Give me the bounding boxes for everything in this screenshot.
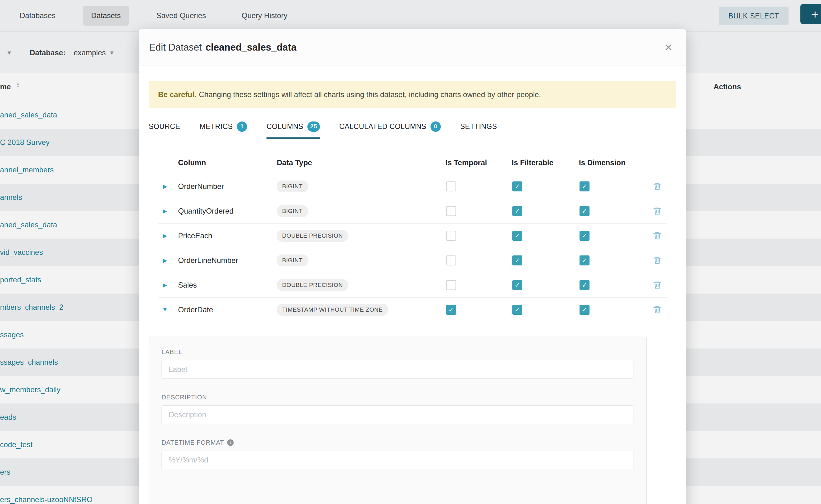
column-name: PriceEach bbox=[172, 231, 272, 240]
datetime-format-field-label: DATETIME FORMAT i bbox=[161, 439, 634, 446]
delete-column-button[interactable] bbox=[648, 256, 667, 265]
column-row-OrderDate: ▼ OrderDate TIMESTAMP WITHOUT TIME ZONE … bbox=[158, 298, 667, 322]
is-filterable-header: Is Filterable bbox=[512, 158, 579, 167]
is-temporal-checkbox[interactable] bbox=[446, 255, 456, 265]
tab-label: COLUMNS bbox=[266, 122, 303, 131]
expand-caret-icon[interactable]: ▶ bbox=[163, 282, 167, 289]
column-row-Sales: ▶ Sales DOUBLE PRECISION ✓ ✓ bbox=[158, 273, 667, 298]
delete-column-button[interactable] bbox=[648, 231, 667, 240]
label-field-label: LABEL bbox=[161, 348, 634, 356]
data-type-badge: DOUBLE PRECISION bbox=[277, 230, 348, 242]
is-dimension-checkbox[interactable]: ✓ bbox=[580, 255, 590, 265]
is-temporal-checkbox[interactable] bbox=[446, 206, 456, 216]
column-row-OrderLineNumber: ▶ OrderLineNumber BIGINT ✓ ✓ bbox=[158, 248, 667, 273]
is-filterable-checkbox[interactable]: ✓ bbox=[512, 231, 522, 241]
expand-caret-icon[interactable]: ▼ bbox=[162, 306, 168, 313]
info-icon[interactable]: i bbox=[227, 439, 234, 446]
column-name: OrderLineNumber bbox=[172, 256, 272, 265]
is-dimension-checkbox[interactable]: ✓ bbox=[580, 231, 590, 241]
description-field-group: DESCRIPTION bbox=[161, 394, 634, 424]
is-dimension-checkbox[interactable]: ✓ bbox=[580, 280, 590, 290]
column-name: Sales bbox=[172, 281, 272, 289]
tab-label: CALCULATED COLUMNS bbox=[339, 122, 427, 131]
delete-column-button[interactable] bbox=[648, 206, 667, 216]
column-name: OrderDate bbox=[172, 305, 272, 314]
modal-header: Edit Datasetcleaned_sales_data ✕ bbox=[139, 29, 686, 66]
datetime-format-field-group: DATETIME FORMAT i bbox=[161, 439, 634, 469]
expand-caret-icon[interactable]: ▶ bbox=[163, 183, 167, 190]
column-header: Column bbox=[172, 158, 272, 167]
delete-column-button[interactable] bbox=[648, 280, 667, 290]
tab-count-badge: 25 bbox=[307, 121, 320, 132]
delete-column-button[interactable] bbox=[648, 305, 667, 314]
tab-label: SETTINGS bbox=[460, 122, 497, 131]
columns-table-header: Column Data Type Is Temporal Is Filterab… bbox=[158, 151, 667, 174]
is-filterable-checkbox[interactable]: ✓ bbox=[512, 280, 522, 290]
column-row-QuantityOrdered: ▶ QuantityOrdered BIGINT ✓ ✓ bbox=[158, 199, 667, 224]
trash-icon bbox=[653, 206, 662, 216]
columns-table-body: ▶ OrderNumber BIGINT ✓ ✓ ▶ QuantityOrder… bbox=[158, 174, 667, 322]
tab-columns[interactable]: COLUMNS 25 bbox=[266, 116, 320, 139]
warning-banner: Be careful.Changing these settings will … bbox=[149, 81, 676, 108]
column-row-OrderNumber: ▶ OrderNumber BIGINT ✓ ✓ bbox=[158, 174, 667, 199]
is-dimension-header: Is Dimension bbox=[579, 158, 648, 167]
label-field-group: LABEL bbox=[161, 348, 634, 379]
description-input[interactable] bbox=[161, 405, 634, 424]
superset-datasets-page: DatabasesDatasetsSaved QueriesQuery Hist… bbox=[0, 0, 821, 504]
tab-label: SOURCE bbox=[149, 122, 180, 131]
is-dimension-checkbox[interactable]: ✓ bbox=[580, 181, 590, 191]
is-dimension-checkbox[interactable]: ✓ bbox=[580, 305, 590, 315]
edit-dataset-modal: Edit Datasetcleaned_sales_data ✕ Be care… bbox=[139, 29, 686, 504]
expand-caret-icon[interactable]: ▶ bbox=[163, 257, 167, 264]
data-type-badge: BIGINT bbox=[277, 254, 308, 266]
trash-icon bbox=[653, 256, 662, 265]
trash-icon bbox=[653, 280, 662, 290]
tab-calculated-columns[interactable]: CALCULATED COLUMNS 0 bbox=[339, 116, 441, 139]
tab-source[interactable]: SOURCE bbox=[149, 116, 180, 139]
tab-settings[interactable]: SETTINGS bbox=[460, 116, 497, 139]
data-type-badge: BIGINT bbox=[277, 180, 308, 192]
is-temporal-header: Is Temporal bbox=[446, 158, 512, 167]
modal-body: Be careful.Changing these settings will … bbox=[139, 81, 686, 504]
trash-icon bbox=[653, 305, 662, 314]
delete-column-button[interactable] bbox=[648, 182, 667, 191]
tab-label: METRICS bbox=[200, 122, 233, 131]
trash-icon bbox=[653, 182, 662, 191]
datetime-format-input[interactable] bbox=[161, 451, 634, 469]
modal-tabs: SOURCE METRICS 1 COLUMNS 25 CALCULATED C… bbox=[149, 116, 676, 139]
is-filterable-checkbox[interactable]: ✓ bbox=[512, 305, 522, 315]
is-filterable-checkbox[interactable]: ✓ bbox=[512, 255, 522, 265]
close-icon[interactable]: ✕ bbox=[664, 42, 673, 53]
data-type-badge: BIGINT bbox=[277, 205, 308, 217]
column-name: OrderNumber bbox=[172, 182, 272, 191]
modal-title: Edit Datasetcleaned_sales_data bbox=[149, 42, 296, 53]
is-filterable-checkbox[interactable]: ✓ bbox=[512, 206, 522, 216]
label-input[interactable] bbox=[161, 360, 634, 379]
is-temporal-checkbox[interactable] bbox=[446, 280, 456, 290]
is-temporal-checkbox[interactable]: ✓ bbox=[446, 305, 456, 315]
tab-count-badge: 1 bbox=[237, 121, 247, 132]
is-temporal-checkbox[interactable] bbox=[446, 231, 456, 241]
is-dimension-checkbox[interactable]: ✓ bbox=[580, 206, 590, 216]
column-row-PriceEach: ▶ PriceEach DOUBLE PRECISION ✓ ✓ bbox=[158, 224, 667, 248]
expand-caret-icon[interactable]: ▶ bbox=[163, 232, 167, 239]
description-field-label: DESCRIPTION bbox=[161, 394, 634, 401]
tab-count-badge: 0 bbox=[431, 121, 441, 132]
column-editor-panel: LABEL DESCRIPTION DATETIME FORMAT i bbox=[149, 336, 647, 504]
expand-caret-icon[interactable]: ▶ bbox=[163, 208, 167, 215]
data-type-badge: TIMESTAMP WITHOUT TIME ZONE bbox=[277, 304, 388, 316]
is-filterable-checkbox[interactable]: ✓ bbox=[512, 181, 522, 191]
tab-metrics[interactable]: METRICS 1 bbox=[200, 116, 247, 139]
column-name: QuantityOrdered bbox=[172, 207, 272, 215]
data-type-badge: DOUBLE PRECISION bbox=[277, 279, 348, 291]
columns-table: Column Data Type Is Temporal Is Filterab… bbox=[158, 151, 667, 322]
trash-icon bbox=[653, 231, 662, 240]
data-type-header: Data Type bbox=[272, 158, 446, 167]
is-temporal-checkbox[interactable] bbox=[446, 181, 456, 191]
